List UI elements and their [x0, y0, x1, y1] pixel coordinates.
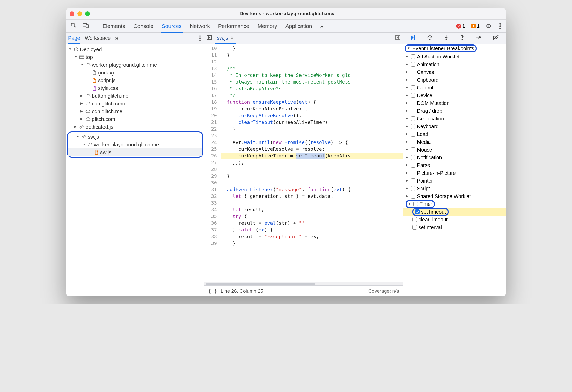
bp-category[interactable]: ▶Notification	[403, 154, 506, 161]
bp-category[interactable]: ▶Ad Auction Worklet	[403, 53, 506, 61]
bp-category-timer[interactable]: ▼Timer	[403, 200, 506, 208]
checkbox-icon[interactable]	[411, 186, 415, 191]
bp-category[interactable]: ▶Drag / drop	[403, 107, 506, 115]
bp-item-setTimeout[interactable]: setTimeout	[403, 208, 506, 216]
tree-file-style[interactable]: style.css	[66, 84, 204, 92]
checkbox-icon[interactable]	[411, 132, 415, 137]
toggle-navigator-icon[interactable]	[207, 35, 212, 41]
minimize-icon[interactable]	[77, 11, 82, 16]
bp-category[interactable]: ▶Device	[403, 92, 506, 99]
close-tab-icon[interactable]: ✕	[230, 35, 234, 41]
cloud-icon	[87, 142, 93, 147]
tab-sources[interactable]: Sources	[161, 23, 183, 33]
checkbox-mixed-icon[interactable]	[413, 202, 418, 206]
checkbox-icon[interactable]	[411, 124, 415, 129]
bp-item-clearTimeout[interactable]: clearTimeout	[403, 216, 506, 223]
kebab-menu-icon[interactable]	[499, 25, 501, 27]
tree-sw[interactable]: ▼sw.js	[68, 133, 202, 141]
warning-counter[interactable]: ! 1	[471, 23, 480, 29]
pretty-print-icon[interactable]: { }	[208, 288, 217, 294]
nav-tab-workspace[interactable]: Workspace	[85, 35, 111, 41]
tree-origin[interactable]: ▼worker-playground.glitch.me	[66, 61, 204, 69]
step-icon[interactable]	[475, 35, 482, 42]
checkbox-icon[interactable]	[411, 101, 415, 105]
bp-category[interactable]: ▶Picture-in-Picture	[403, 169, 506, 177]
tab-memory[interactable]: Memory	[256, 23, 278, 29]
resume-icon[interactable]	[410, 35, 416, 42]
device-toggle-icon[interactable]	[83, 22, 89, 29]
section-event-listener-bp[interactable]: ▼ Event Listener Breakpoints	[403, 44, 506, 53]
tab-network[interactable]: Network	[189, 23, 211, 29]
checkbox-icon[interactable]	[411, 116, 415, 121]
bp-item-setInterval[interactable]: setInterval	[403, 223, 506, 231]
bp-category[interactable]: ▶DOM Mutation	[403, 99, 506, 107]
checkbox-icon[interactable]	[411, 155, 415, 160]
step-over-icon[interactable]	[427, 35, 433, 42]
tab-elements[interactable]: Elements	[101, 23, 126, 29]
tab-more[interactable]: »	[319, 23, 324, 29]
checkbox-icon[interactable]	[411, 178, 415, 183]
code-editor[interactable]: 1011121314151617181920212223242526272829…	[204, 44, 403, 282]
bp-category[interactable]: ▶Mouse	[403, 146, 506, 154]
tree-file-index[interactable]: (index)	[66, 69, 204, 77]
tree-sw-file[interactable]: sw.js	[68, 148, 202, 156]
tab-console[interactable]: Console	[133, 23, 155, 29]
bp-category[interactable]: ▶Geolocation	[403, 115, 506, 123]
checkbox-icon[interactable]	[411, 78, 415, 82]
nav-tab-more[interactable]: »	[115, 35, 118, 41]
toggle-debugger-icon[interactable]	[395, 35, 401, 41]
tree-origin-glitch[interactable]: ▶glitch.com	[66, 115, 204, 123]
tree-top[interactable]: ▼top	[66, 53, 204, 61]
inspect-icon[interactable]	[71, 22, 76, 29]
tree-deployed[interactable]: ▼Deployed	[66, 46, 204, 53]
checkbox-icon[interactable]	[411, 62, 415, 67]
bp-category[interactable]: ▶Parse	[403, 161, 506, 169]
checkbox-icon[interactable]	[411, 85, 415, 90]
tab-performance[interactable]: Performance	[217, 23, 250, 29]
checkbox-icon[interactable]	[412, 217, 417, 222]
checkbox-icon[interactable]	[411, 147, 415, 152]
close-icon[interactable]	[70, 11, 74, 16]
horizontal-scrollbar[interactable]	[204, 282, 403, 285]
checkbox-icon[interactable]	[411, 109, 415, 113]
checkbox-icon[interactable]	[411, 163, 415, 168]
nav-kebab-icon[interactable]	[199, 37, 201, 39]
checkbox-icon[interactable]	[415, 209, 420, 214]
bp-category[interactable]: ▶Animation	[403, 61, 506, 68]
tree-sw-origin[interactable]: ▼worker-playground.glitch.me	[68, 141, 202, 148]
nav-tab-page[interactable]: Page	[68, 35, 80, 44]
bp-category[interactable]: ▶Media	[403, 138, 506, 146]
bp-category[interactable]: ▶Shared Storage Worklet	[403, 192, 506, 200]
tab-application[interactable]: Application	[284, 23, 313, 29]
bp-category[interactable]: ▶Load	[403, 130, 506, 138]
bp-category[interactable]: ▶Canvas	[403, 68, 506, 76]
deactivate-breakpoints-icon[interactable]	[492, 35, 499, 42]
window-title: DevTools - worker-playground.glitch.me/	[92, 11, 482, 17]
checkbox-icon[interactable]	[411, 54, 415, 59]
bp-category[interactable]: ▶Keyboard	[403, 123, 506, 130]
checkbox-icon[interactable]	[412, 225, 417, 230]
bp-category[interactable]: ▶Clipboard	[403, 76, 506, 84]
tree-file-script[interactable]: script.js	[66, 77, 204, 84]
step-out-icon[interactable]	[460, 35, 465, 42]
tree-dedicated[interactable]: ▶dedicated.js	[66, 123, 204, 131]
tree-origin-cdn1[interactable]: ▶cdn.glitch.com	[66, 100, 204, 108]
step-into-icon[interactable]	[444, 35, 449, 42]
tree-origin-button[interactable]: ▶button.glitch.me	[66, 92, 204, 100]
gear-icon[interactable]: ⚙	[486, 22, 492, 30]
checkbox-icon[interactable]	[411, 140, 415, 144]
breakpoint-category-list[interactable]: ▶Ad Auction Worklet▶Animation▶Canvas▶Cli…	[403, 53, 506, 296]
checkbox-icon[interactable]	[411, 70, 415, 74]
zoom-icon[interactable]	[85, 11, 90, 16]
tree-origin-cdn2[interactable]: ▶cdn.glitch.me	[66, 108, 204, 115]
checkbox-icon[interactable]	[411, 194, 415, 199]
error-counter[interactable]: ✕ 1	[456, 23, 465, 29]
checkbox-icon[interactable]	[411, 93, 415, 98]
bp-category[interactable]: ▶Control	[403, 84, 506, 92]
code-body[interactable]: } } /** * In order to keep the ServiceWo…	[219, 44, 403, 282]
checkbox-icon[interactable]	[411, 171, 415, 175]
bp-category[interactable]: ▶Script	[403, 185, 506, 192]
file-tree[interactable]: ▼Deployed ▼top ▼worker-playground.glitch…	[66, 44, 204, 296]
bp-category[interactable]: ▶Pointer	[403, 177, 506, 185]
file-tab-swjs[interactable]: sw.js ✕	[215, 33, 236, 44]
